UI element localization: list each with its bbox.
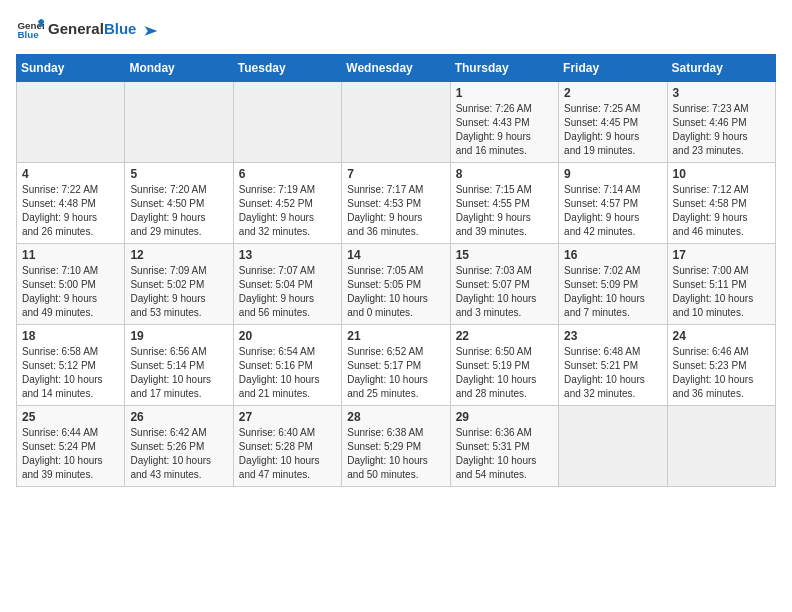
day-info: Sunrise: 6:52 AMSunset: 5:17 PMDaylight:… (347, 345, 444, 401)
day-number: 8 (456, 167, 553, 181)
calendar-cell: 12Sunrise: 7:09 AMSunset: 5:02 PMDayligh… (125, 244, 233, 325)
calendar-cell (559, 406, 667, 487)
day-info: Sunrise: 7:14 AMSunset: 4:57 PMDaylight:… (564, 183, 661, 239)
day-info: Sunrise: 7:07 AMSunset: 5:04 PMDaylight:… (239, 264, 336, 320)
day-number: 26 (130, 410, 227, 424)
calendar-cell: 20Sunrise: 6:54 AMSunset: 5:16 PMDayligh… (233, 325, 341, 406)
calendar-cell: 29Sunrise: 6:36 AMSunset: 5:31 PMDayligh… (450, 406, 558, 487)
day-info: Sunrise: 7:15 AMSunset: 4:55 PMDaylight:… (456, 183, 553, 239)
week-row-5: 25Sunrise: 6:44 AMSunset: 5:24 PMDayligh… (17, 406, 776, 487)
calendar-cell: 24Sunrise: 6:46 AMSunset: 5:23 PMDayligh… (667, 325, 775, 406)
day-number: 12 (130, 248, 227, 262)
calendar-cell: 13Sunrise: 7:07 AMSunset: 5:04 PMDayligh… (233, 244, 341, 325)
calendar-cell: 2Sunrise: 7:25 AMSunset: 4:45 PMDaylight… (559, 82, 667, 163)
calendar-cell: 7Sunrise: 7:17 AMSunset: 4:53 PMDaylight… (342, 163, 450, 244)
day-number: 19 (130, 329, 227, 343)
svg-marker-3 (144, 26, 157, 36)
day-number: 27 (239, 410, 336, 424)
day-info: Sunrise: 6:40 AMSunset: 5:28 PMDaylight:… (239, 426, 336, 482)
day-number: 22 (456, 329, 553, 343)
day-info: Sunrise: 7:03 AMSunset: 5:07 PMDaylight:… (456, 264, 553, 320)
week-row-2: 4Sunrise: 7:22 AMSunset: 4:48 PMDaylight… (17, 163, 776, 244)
calendar-cell: 17Sunrise: 7:00 AMSunset: 5:11 PMDayligh… (667, 244, 775, 325)
page-header: General Blue GeneralBlue (16, 16, 776, 44)
logo-text: GeneralBlue (48, 21, 159, 38)
calendar-cell (17, 82, 125, 163)
calendar-table: SundayMondayTuesdayWednesdayThursdayFrid… (16, 54, 776, 487)
day-info: Sunrise: 6:50 AMSunset: 5:19 PMDaylight:… (456, 345, 553, 401)
day-number: 21 (347, 329, 444, 343)
day-info: Sunrise: 6:48 AMSunset: 5:21 PMDaylight:… (564, 345, 661, 401)
day-number: 1 (456, 86, 553, 100)
calendar-cell: 1Sunrise: 7:26 AMSunset: 4:43 PMDaylight… (450, 82, 558, 163)
day-info: Sunrise: 7:12 AMSunset: 4:58 PMDaylight:… (673, 183, 770, 239)
calendar-cell: 8Sunrise: 7:15 AMSunset: 4:55 PMDaylight… (450, 163, 558, 244)
day-info: Sunrise: 6:46 AMSunset: 5:23 PMDaylight:… (673, 345, 770, 401)
day-header-sunday: Sunday (17, 55, 125, 82)
calendar-cell: 9Sunrise: 7:14 AMSunset: 4:57 PMDaylight… (559, 163, 667, 244)
calendar-cell (342, 82, 450, 163)
day-info: Sunrise: 6:54 AMSunset: 5:16 PMDaylight:… (239, 345, 336, 401)
day-info: Sunrise: 6:36 AMSunset: 5:31 PMDaylight:… (456, 426, 553, 482)
calendar-cell (125, 82, 233, 163)
calendar-cell: 3Sunrise: 7:23 AMSunset: 4:46 PMDaylight… (667, 82, 775, 163)
calendar-cell (667, 406, 775, 487)
calendar-cell: 27Sunrise: 6:40 AMSunset: 5:28 PMDayligh… (233, 406, 341, 487)
week-row-1: 1Sunrise: 7:26 AMSunset: 4:43 PMDaylight… (17, 82, 776, 163)
day-number: 6 (239, 167, 336, 181)
day-number: 25 (22, 410, 119, 424)
calendar-cell: 28Sunrise: 6:38 AMSunset: 5:29 PMDayligh… (342, 406, 450, 487)
day-info: Sunrise: 7:22 AMSunset: 4:48 PMDaylight:… (22, 183, 119, 239)
day-number: 11 (22, 248, 119, 262)
calendar-cell: 6Sunrise: 7:19 AMSunset: 4:52 PMDaylight… (233, 163, 341, 244)
day-info: Sunrise: 6:58 AMSunset: 5:12 PMDaylight:… (22, 345, 119, 401)
day-number: 16 (564, 248, 661, 262)
svg-text:Blue: Blue (17, 29, 39, 40)
calendar-cell: 23Sunrise: 6:48 AMSunset: 5:21 PMDayligh… (559, 325, 667, 406)
calendar-cell (233, 82, 341, 163)
day-number: 13 (239, 248, 336, 262)
calendar-cell: 15Sunrise: 7:03 AMSunset: 5:07 PMDayligh… (450, 244, 558, 325)
day-header-tuesday: Tuesday (233, 55, 341, 82)
calendar-cell: 10Sunrise: 7:12 AMSunset: 4:58 PMDayligh… (667, 163, 775, 244)
day-number: 14 (347, 248, 444, 262)
calendar-cell: 14Sunrise: 7:05 AMSunset: 5:05 PMDayligh… (342, 244, 450, 325)
day-number: 28 (347, 410, 444, 424)
day-info: Sunrise: 7:26 AMSunset: 4:43 PMDaylight:… (456, 102, 553, 158)
day-header-thursday: Thursday (450, 55, 558, 82)
calendar-cell: 4Sunrise: 7:22 AMSunset: 4:48 PMDaylight… (17, 163, 125, 244)
day-info: Sunrise: 6:44 AMSunset: 5:24 PMDaylight:… (22, 426, 119, 482)
day-info: Sunrise: 7:23 AMSunset: 4:46 PMDaylight:… (673, 102, 770, 158)
day-number: 20 (239, 329, 336, 343)
day-number: 5 (130, 167, 227, 181)
day-number: 4 (22, 167, 119, 181)
calendar-cell: 16Sunrise: 7:02 AMSunset: 5:09 PMDayligh… (559, 244, 667, 325)
logo: General Blue GeneralBlue (16, 16, 159, 44)
day-number: 10 (673, 167, 770, 181)
day-header-saturday: Saturday (667, 55, 775, 82)
day-info: Sunrise: 7:20 AMSunset: 4:50 PMDaylight:… (130, 183, 227, 239)
day-info: Sunrise: 7:25 AMSunset: 4:45 PMDaylight:… (564, 102, 661, 158)
day-header-wednesday: Wednesday (342, 55, 450, 82)
days-header-row: SundayMondayTuesdayWednesdayThursdayFrid… (17, 55, 776, 82)
day-number: 15 (456, 248, 553, 262)
calendar-cell: 11Sunrise: 7:10 AMSunset: 5:00 PMDayligh… (17, 244, 125, 325)
week-row-3: 11Sunrise: 7:10 AMSunset: 5:00 PMDayligh… (17, 244, 776, 325)
calendar-cell: 5Sunrise: 7:20 AMSunset: 4:50 PMDaylight… (125, 163, 233, 244)
day-number: 18 (22, 329, 119, 343)
day-info: Sunrise: 7:10 AMSunset: 5:00 PMDaylight:… (22, 264, 119, 320)
day-info: Sunrise: 7:09 AMSunset: 5:02 PMDaylight:… (130, 264, 227, 320)
day-info: Sunrise: 7:00 AMSunset: 5:11 PMDaylight:… (673, 264, 770, 320)
day-info: Sunrise: 6:42 AMSunset: 5:26 PMDaylight:… (130, 426, 227, 482)
logo-arrow-icon (143, 23, 159, 39)
day-number: 17 (673, 248, 770, 262)
day-info: Sunrise: 7:17 AMSunset: 4:53 PMDaylight:… (347, 183, 444, 239)
day-number: 9 (564, 167, 661, 181)
day-number: 3 (673, 86, 770, 100)
day-number: 29 (456, 410, 553, 424)
day-info: Sunrise: 7:02 AMSunset: 5:09 PMDaylight:… (564, 264, 661, 320)
week-row-4: 18Sunrise: 6:58 AMSunset: 5:12 PMDayligh… (17, 325, 776, 406)
day-number: 7 (347, 167, 444, 181)
calendar-cell: 21Sunrise: 6:52 AMSunset: 5:17 PMDayligh… (342, 325, 450, 406)
calendar-cell: 26Sunrise: 6:42 AMSunset: 5:26 PMDayligh… (125, 406, 233, 487)
